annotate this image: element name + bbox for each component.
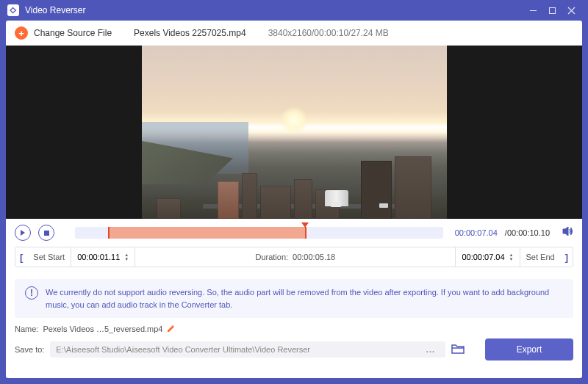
- bracket-right-icon: ]: [561, 252, 573, 263]
- app-title: Video Reverser: [25, 5, 523, 15]
- notice-banner: ! We currently do not support audio reve…: [15, 279, 573, 318]
- timeline-scrubber[interactable]: [75, 227, 443, 239]
- save-path-value: E:\Aiseesoft Studio\Aiseesoft Video Conv…: [56, 345, 421, 354]
- video-preview[interactable]: [6, 46, 582, 219]
- browse-button[interactable]: ...: [422, 345, 440, 354]
- close-button[interactable]: [562, 1, 581, 20]
- export-button[interactable]: Export: [485, 338, 573, 361]
- current-time: 00:00:07.04: [455, 228, 498, 237]
- save-path-box: E:\Aiseesoft Studio\Aiseesoft Video Conv…: [50, 341, 445, 358]
- svg-rect-0: [530, 10, 537, 11]
- edit-name-button[interactable]: [167, 324, 176, 334]
- start-time-value: 00:00:01.11: [77, 253, 120, 261]
- total-time: /00:00:10.10: [505, 228, 550, 237]
- maximize-button[interactable]: [542, 1, 562, 20]
- duration-display: Duration:00:00:05.18: [135, 247, 455, 267]
- playhead-icon[interactable]: [301, 222, 309, 228]
- video-frame: [142, 46, 447, 219]
- info-icon: !: [25, 286, 38, 300]
- bracket-left-icon: [: [15, 252, 27, 263]
- output-filename: Pexels Videos …5_reversed.mp4: [43, 325, 162, 333]
- stop-button[interactable]: [38, 225, 54, 241]
- save-to-label: Save to:: [15, 345, 44, 354]
- change-source-button[interactable]: + Change Source File: [15, 26, 112, 40]
- start-time-stepper[interactable]: ▲▼: [124, 253, 129, 261]
- open-folder-button[interactable]: [451, 343, 465, 356]
- volume-button[interactable]: [562, 225, 573, 240]
- change-source-label: Change Source File: [34, 28, 112, 38]
- svg-rect-1: [549, 7, 555, 13]
- titlebar: Video Reverser: [0, 0, 588, 21]
- set-end-button[interactable]: Set End: [520, 247, 561, 267]
- plus-icon: +: [15, 26, 28, 40]
- end-time-value: 00:00:07.04: [462, 253, 504, 261]
- toolbar: + Change Source File Pexels Videos 22570…: [6, 21, 582, 46]
- footer: Name: Pexels Videos …5_reversed.mp4 Save…: [6, 318, 582, 368]
- minimize-button[interactable]: [523, 1, 542, 20]
- playback-controls: 00:00:07.04/00:00:10.10: [15, 225, 573, 241]
- selection-range[interactable]: [108, 227, 306, 239]
- source-filename: Pexels Videos 2257025.mp4: [134, 28, 246, 38]
- set-start-button[interactable]: Set Start: [27, 247, 71, 267]
- window-body: + Change Source File Pexels Videos 22570…: [6, 21, 582, 378]
- svg-rect-2: [44, 231, 49, 236]
- notice-text: We currently do not support audio revers…: [46, 286, 563, 311]
- end-time-stepper[interactable]: ▲▼: [509, 253, 514, 261]
- app-icon: [7, 4, 19, 16]
- range-row: [ Set Start 00:00:01.11 ▲▼ Duration:00:0…: [15, 247, 573, 267]
- name-label: Name:: [15, 325, 38, 333]
- source-fileinfo: 3840x2160/00:00:10/27.24 MB: [268, 28, 389, 38]
- play-button[interactable]: [15, 225, 31, 241]
